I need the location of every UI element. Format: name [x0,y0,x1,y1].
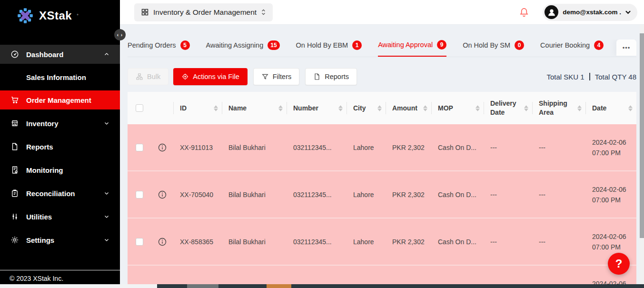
sort-caret[interactable] [214,105,218,111]
cell-customer-name: Bilal Bukhari [222,191,287,199]
tab-awaiting-assigning[interactable]: Awaiting Assigning 15 [206,40,280,57]
sort-caret[interactable] [338,105,343,111]
bulk-button[interactable]: Bulk [128,68,168,85]
shopping-cart-icon [10,96,19,104]
sidebar-item-label: Inventory [26,119,59,128]
cell-mop: Cash On D... [431,191,484,199]
sidebar-item-reports[interactable]: Reports [0,137,120,156]
actions-via-file-label: Actions via File [193,73,239,80]
cell-customer-name: Bilal Bukhari [222,144,287,151]
column-header-date: Date [592,103,606,113]
sitemap-icon [136,73,143,80]
orders-table: ID Name Number City Amount MOP Delivery … [128,92,636,288]
select-all-checkbox[interactable] [136,104,143,112]
cell-date: 2024-02-06 07:00 PM [585,137,636,158]
sort-caret[interactable] [476,105,480,111]
sidebar-item-settings[interactable]: Settings [0,230,120,249]
help-button[interactable]: ? [608,253,630,275]
filters-button-label: Filters [273,73,291,80]
xstak-logo-icon [16,7,34,25]
sort-caret[interactable] [628,105,633,111]
cell-date: 2024-02-06 07:00 PM [585,184,636,205]
app-switcher-button[interactable]: Inventory & Order Management [134,3,273,21]
chevron-down-icon [104,120,109,126]
tab-label: On Hold By EBM [296,41,348,49]
sidebar-item-sales-information[interactable]: Sales Information [0,70,120,84]
notification-bell-icon[interactable] [519,7,529,18]
app-window: XStak° Dashboard Sales Information Order… [0,0,644,288]
info-icon[interactable] [158,237,167,247]
sort-caret[interactable] [423,105,427,111]
filters-button[interactable]: Filters [253,68,299,85]
store-icon [10,119,19,128]
table-row[interactable]: XX-705040 Bilal Bukhari 032112345... Lah… [128,171,636,218]
sort-caret[interactable] [524,105,528,111]
tab-count-badge: 0 [515,40,524,50]
user-email: demo@xstak.com . [563,9,621,16]
sidebar-item-label: Utilities [26,213,52,221]
cell-mop: Cash On D... [431,144,484,151]
info-icon[interactable] [158,143,167,152]
sort-caret[interactable] [377,105,382,111]
cell-shipping-area: --- [532,191,585,199]
sidebar-collapse-toggle[interactable]: ‹ › [114,29,126,40]
horizontal-scrollbar-gutter [0,284,157,288]
cell-delivery-date: --- [484,238,532,246]
sidebar-item-utilities[interactable]: Utilities [0,207,120,226]
horizontal-scrollbar[interactable] [157,284,644,288]
column-header-id: ID [180,104,187,113]
brand-trademark: ° [77,13,79,18]
up-down-caret-icon [261,9,266,16]
sidebar-item-inventory[interactable]: Inventory [0,114,120,133]
actions-via-file-button[interactable]: Actions via File [173,68,248,85]
file-gear-icon [10,166,19,174]
table-row[interactable]: XX-911013 Bilal Bukhari 032112345... Lah… [128,124,636,171]
table-body: XX-911013 Bilal Bukhari 032112345... Lah… [128,124,636,288]
sidebar-item-order-management[interactable]: Order Management [0,90,120,109]
horizontal-scrollbar-thumb[interactable] [187,284,218,288]
content-area: ‹ › Pending Orders 5 Awaiting Assigning … [120,25,644,288]
column-header-shipping-area: Shipping Area [539,99,575,117]
row-checkbox[interactable] [136,238,143,246]
user-menu[interactable]: demo@xstak.com . [543,4,637,21]
cell-delivery-date: --- [484,144,532,151]
chevron-down-icon [104,237,109,243]
app-switcher-label: Inventory & Order Management [153,8,257,17]
reports-button-label: Reports [325,73,349,80]
sort-caret[interactable] [278,105,283,111]
sidebar-item-label: Reconciliation [26,189,75,198]
bulk-button-label: Bulk [147,73,160,80]
column-header-amount: Amount [392,104,417,113]
table-row[interactable]: XX-858365 Bilal Bukhari 032112345... Lah… [128,218,636,266]
sidebar-item-dashboard[interactable]: Dashboard [0,45,120,64]
vertical-scrollbar-thumb[interactable] [640,33,644,238]
tabs-more-button[interactable]: ••• [616,40,636,56]
topbar: Inventory & Order Management demo@xstak.… [120,0,644,25]
cell-city: Lahore [347,144,386,151]
chevron-up-icon [104,51,109,57]
gear-icon [10,236,19,244]
sidebar-item-reconciliation[interactable]: Reconciliation [0,184,120,203]
tab-courier-booking[interactable]: Courier Booking 4 [540,40,604,57]
topbar-right: demo@xstak.com . [519,4,637,21]
sidebar-item-monitoring[interactable]: Monitoring [0,160,120,179]
sort-caret[interactable] [577,105,582,111]
tab-pending-orders[interactable]: Pending Orders 5 [128,40,190,57]
tab-awaiting-approval[interactable]: Awaiting Approval 9 [378,40,446,57]
vertical-scrollbar[interactable] [640,25,644,288]
tab-on-hold-by-sm[interactable]: On Hold By SM 0 [463,40,524,57]
status-tabs: Pending Orders 5 Awaiting Assigning 15 O… [128,40,636,57]
tab-on-hold-by-ebm[interactable]: On Hold By EBM 1 [296,40,362,57]
tab-count-badge: 9 [437,40,446,50]
file-icon [313,73,321,80]
row-checkbox[interactable] [136,144,143,151]
totals-divider [589,73,590,80]
gauge-icon [10,50,19,59]
reports-button[interactable]: Reports [305,68,357,85]
row-checkbox[interactable] [136,191,143,199]
totals-summary: Total SKU 1 Total QTY 48 [547,73,637,81]
sidebar-nav: Dashboard Sales Information Order Manage… [0,45,120,249]
tab-count-badge: 5 [180,40,190,50]
caret-down-icon [625,10,631,14]
info-icon[interactable] [158,190,167,199]
